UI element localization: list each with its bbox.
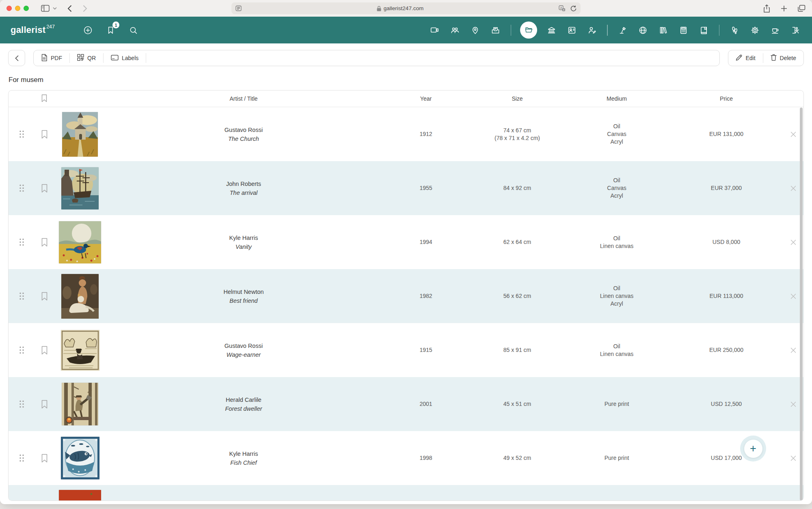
drag-handle-icon[interactable] xyxy=(9,130,35,138)
library-icon[interactable] xyxy=(657,24,669,36)
main-content: PDF QR Labels Edit xyxy=(0,43,812,501)
qr-button[interactable]: QR xyxy=(70,50,103,66)
calculator-icon[interactable] xyxy=(678,24,690,36)
edit-button[interactable]: Edit xyxy=(728,50,762,66)
bookmark-icon[interactable] xyxy=(35,130,54,139)
toolbar: PDF QR Labels Edit xyxy=(8,50,804,66)
artwork-thumbnail-forest-dweller-print[interactable] xyxy=(54,383,106,425)
artwork-thumbnail-rowboat-etching[interactable] xyxy=(54,330,106,371)
price-value: EUR 250,000 xyxy=(669,346,783,354)
medium-value: Oil Canvas Acryl xyxy=(564,123,669,146)
delete-button[interactable]: Delete xyxy=(763,50,803,66)
reload-icon[interactable] xyxy=(570,5,577,12)
bookmark-icon[interactable] xyxy=(35,292,54,301)
folder-open-icon[interactable] xyxy=(520,22,537,39)
drag-handle-icon[interactable] xyxy=(9,292,35,300)
year-value: 1982 xyxy=(381,292,471,300)
medium-value: Oil Linen canvas xyxy=(564,235,669,250)
share-icon[interactable] xyxy=(763,4,770,13)
coffee-icon[interactable] xyxy=(769,24,781,36)
footprints-icon[interactable] xyxy=(728,24,741,36)
header-artist-title[interactable]: Artist / Title xyxy=(106,95,381,102)
browser-window: gallerist247.com A xyxy=(0,0,812,504)
address-book-icon[interactable] xyxy=(566,24,578,36)
translate-icon[interactable]: A xyxy=(559,5,566,11)
drag-handle-icon[interactable] xyxy=(9,238,35,246)
search-icon[interactable] xyxy=(127,24,139,36)
bookmark-icon[interactable] xyxy=(35,346,54,355)
inbox-icon[interactable] xyxy=(490,24,502,36)
settings-icon[interactable] xyxy=(749,24,761,36)
artwork-thumbnail-boy-with-dog-painting[interactable] xyxy=(54,274,106,319)
artworks-icon[interactable] xyxy=(429,24,441,36)
table-row[interactable]: Helmut Newton Best friend 1982 56 x 62 c… xyxy=(9,269,803,323)
drag-handle-icon[interactable] xyxy=(9,400,35,408)
table-row[interactable]: Gustavo Rossi The Church 1912 74 x 67 cm… xyxy=(9,107,803,161)
zoom-window-button[interactable] xyxy=(24,6,29,11)
artist-name: Gustavo Rossi xyxy=(106,343,381,349)
artwork-title: The arrival xyxy=(106,190,381,196)
header-year[interactable]: Year xyxy=(381,95,471,102)
price-value: EUR 37,000 xyxy=(669,184,783,192)
bookmark-icon[interactable] xyxy=(35,238,54,247)
artworks-table: Artist / Title Year Size Medium Price Gu… xyxy=(8,90,804,501)
pdf-button[interactable]: PDF xyxy=(34,50,69,66)
drag-handle-icon[interactable] xyxy=(9,184,35,192)
delete-label: Delete xyxy=(780,55,796,61)
size-value: 74 x 67 cm (78 x 71 x 4.2 cm) xyxy=(471,127,564,142)
drag-handle-icon[interactable] xyxy=(9,346,35,354)
bookmark-icon[interactable] xyxy=(35,454,54,463)
catalog-icon[interactable] xyxy=(698,24,710,36)
add-artwork-button[interactable]: + xyxy=(740,436,766,462)
table-row[interactable]: Kyle Harris Fish Chief 1998 49 x 52 cm P… xyxy=(9,431,803,485)
close-window-button[interactable] xyxy=(6,6,12,11)
new-tab-icon[interactable] xyxy=(781,5,787,12)
artwork-title: Best friend xyxy=(106,298,381,304)
bookmarks-icon[interactable]: 1 xyxy=(104,24,117,36)
table-row[interactable] xyxy=(9,485,803,501)
drag-handle-icon[interactable] xyxy=(9,454,35,462)
minimize-window-button[interactable] xyxy=(15,6,20,11)
lamp-icon[interactable] xyxy=(617,24,629,36)
bookmark-icon[interactable] xyxy=(35,184,54,193)
forward-icon[interactable] xyxy=(83,5,87,12)
sidebar-icon[interactable] xyxy=(41,5,50,12)
reader-icon[interactable] xyxy=(235,5,242,11)
logout-icon[interactable] xyxy=(789,24,801,36)
globe-icon[interactable] xyxy=(637,24,649,36)
bookmark-icon[interactable] xyxy=(35,400,54,409)
artwork-title: Vanity xyxy=(106,244,381,250)
back-button[interactable] xyxy=(8,50,25,66)
add-icon[interactable] xyxy=(82,24,94,36)
chevron-down-icon[interactable] xyxy=(53,7,57,10)
artist-name: Kyle Harris xyxy=(106,451,381,457)
labels-label: Labels xyxy=(122,55,138,61)
address-bar[interactable]: gallerist247.com A xyxy=(231,2,581,14)
price-value: USD 12,500 xyxy=(669,400,783,408)
contacts-icon[interactable] xyxy=(449,24,461,36)
header-size[interactable]: Size xyxy=(471,95,564,102)
artwork-thumbnail-red-abstract-painting[interactable] xyxy=(54,490,106,501)
table-scrollbar[interactable] xyxy=(800,108,803,500)
artwork-thumbnail-bird-meadow-painting[interactable] xyxy=(54,221,106,263)
table-row[interactable]: Kyle Harris Vanity 1994 62 x 64 cm Oil L… xyxy=(9,215,803,269)
tabs-overview-icon[interactable] xyxy=(798,5,806,12)
artwork-thumbnail-fish-tile-print[interactable] xyxy=(54,437,106,479)
size-value: 49 x 52 cm xyxy=(471,454,564,462)
lock-icon xyxy=(377,6,381,11)
labels-button[interactable]: Labels xyxy=(104,50,146,66)
person-edit-icon[interactable] xyxy=(586,24,598,36)
back-icon[interactable] xyxy=(67,5,72,12)
header-price[interactable]: Price xyxy=(669,95,783,102)
traffic-lights xyxy=(6,6,29,11)
artwork-thumbnail-harbor-ship-painting[interactable] xyxy=(54,167,106,209)
table-row[interactable]: Gustavo Rossi Wage-earner 1915 85 x 91 c… xyxy=(9,323,803,377)
app-logo[interactable]: gallerist 247 xyxy=(11,25,55,35)
table-row[interactable]: Herald Carlile Forest dweller 2001 45 x … xyxy=(9,377,803,431)
institutions-icon[interactable] xyxy=(545,24,557,36)
locations-icon[interactable] xyxy=(469,24,482,36)
artwork-thumbnail-church-painting[interactable] xyxy=(54,112,106,157)
notification-badge: 1 xyxy=(112,22,119,28)
header-medium[interactable]: Medium xyxy=(564,95,669,102)
table-row[interactable]: John Roberts The arrival 1955 84 x 92 cm… xyxy=(9,161,803,215)
